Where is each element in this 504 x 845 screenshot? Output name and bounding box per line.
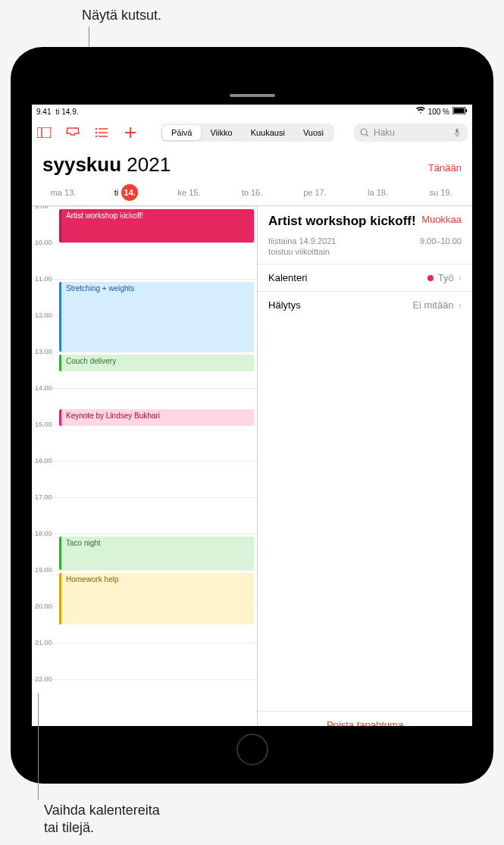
weekday-ti[interactable]: ti 14.	[95, 184, 158, 201]
callout-line	[38, 693, 39, 800]
hour-label: 11.00	[35, 275, 52, 283]
hour-label: 15.00	[35, 421, 52, 428]
event-block[interactable]: Taco night	[59, 537, 254, 570]
battery-pct: 100 %	[428, 108, 449, 116]
callout-show-invites: Näytä kutsut.	[82, 8, 161, 23]
calendar-label: Kalenteri	[268, 272, 307, 283]
list-icon[interactable]	[94, 125, 109, 140]
weekday-su[interactable]: su 19.	[409, 184, 472, 201]
hour-row: 15.00	[32, 424, 257, 461]
ipad-frame: 9.41 ti 14.9. 100 %	[11, 47, 493, 784]
header-row: syyskuu 2021 Tänään	[32, 147, 472, 180]
search-icon	[360, 128, 369, 137]
svg-point-13	[361, 129, 367, 135]
seg-month[interactable]: Kuukausi	[242, 125, 294, 140]
plus-icon[interactable]	[123, 125, 138, 140]
chevron-right-icon: ›	[459, 299, 462, 311]
hour-label: 17.00	[35, 493, 52, 501]
battery-icon	[452, 107, 468, 116]
event-block[interactable]: Keynote by Lindsey Bukhari	[59, 409, 254, 426]
sidebar-icon[interactable]	[36, 125, 52, 140]
hour-row: 21.00	[32, 643, 257, 679]
alarm-value: Ei mitään	[412, 299, 453, 311]
event-detail-panel: Artist workshop kickoff! Muokkaa tiistai…	[258, 206, 472, 726]
svg-rect-1	[454, 108, 465, 114]
multitask-handle	[230, 94, 275, 97]
weekday-strip: ma 13.ti 14.ke 15.to 16.pe 17.la 18.su 1…	[32, 180, 472, 206]
delete-event-button[interactable]: Poista tapahtuma	[258, 711, 472, 726]
weekday-pe[interactable]: pe 17.	[283, 184, 346, 201]
svg-rect-3	[37, 127, 51, 138]
hour-label: 14.00	[35, 384, 52, 392]
svg-point-7	[95, 132, 97, 133]
hour-row: 22.00	[32, 679, 257, 715]
weekday-la[interactable]: la 18.	[346, 184, 409, 201]
seg-day[interactable]: Päivä	[162, 125, 202, 140]
svg-rect-15	[455, 129, 458, 133]
status-date: ti 14.9.	[55, 108, 78, 116]
alarm-label: Hälytys	[268, 299, 301, 311]
wifi-icon	[416, 107, 425, 116]
day-timeline[interactable]: 9.0010.0011.0012.0013.0014.0015.0016.001…	[32, 206, 258, 726]
hour-label: 18.00	[35, 530, 52, 537]
calendar-row[interactable]: Kalenteri Työ ›	[258, 264, 472, 291]
page-title: syyskuu 2021	[42, 153, 171, 177]
mic-icon[interactable]	[452, 128, 462, 137]
hour-row: 16.00	[32, 461, 257, 497]
hour-label: 13.00	[35, 348, 52, 355]
today-button[interactable]: Tänään	[428, 162, 462, 174]
hour-row: 10.00	[32, 243, 257, 279]
event-block[interactable]: Homework help	[59, 573, 254, 624]
hour-row: 17.00	[32, 497, 257, 534]
status-time: 9.41	[36, 108, 51, 116]
callout-switch-calendars: Vaihda kalentereita tai tilejä.	[44, 802, 160, 837]
search-placeholder: Haku	[374, 127, 395, 138]
event-block[interactable]: Stretching + weights	[59, 282, 254, 352]
event-title: Artist workshop kickoff!	[268, 214, 416, 229]
event-date: tiistaina 14.9.2021	[268, 236, 336, 246]
weekday-ma[interactable]: ma 13.	[32, 184, 95, 201]
hour-label: 20.00	[35, 602, 52, 610]
weekday-to[interactable]: to 16.	[221, 184, 283, 201]
svg-point-5	[95, 128, 97, 130]
hour-label: 12.00	[35, 311, 52, 319]
svg-line-14	[366, 134, 368, 136]
svg-rect-2	[466, 109, 468, 112]
event-block[interactable]: Artist workshop kickoff!	[59, 209, 254, 243]
event-block[interactable]: Couch delivery	[59, 355, 254, 371]
hour-label: 21.00	[35, 639, 52, 646]
calendar-color-dot	[427, 275, 434, 281]
alarm-row[interactable]: Hälytys Ei mitään ›	[258, 291, 472, 318]
weekday-ke[interactable]: ke 15.	[158, 184, 221, 201]
hour-label: 10.00	[35, 239, 52, 246]
seg-week[interactable]: Viikko	[201, 125, 241, 140]
hour-label: 19.00	[35, 566, 52, 574]
main-content: 9.0010.0011.0012.0013.0014.0015.0016.001…	[32, 206, 472, 726]
search-input[interactable]: Haku	[354, 124, 468, 142]
calendar-value: Työ	[438, 272, 454, 283]
status-bar: 9.41 ti 14.9. 100 %	[32, 105, 472, 118]
edit-button[interactable]: Muokkaa	[421, 214, 462, 225]
hour-label: 9.00	[35, 206, 49, 210]
screen: 9.41 ti 14.9. 100 %	[32, 105, 472, 726]
event-time: 9.00–10.00	[420, 236, 462, 256]
seg-year[interactable]: Vuosi	[294, 125, 333, 140]
view-segmented-control: Päivä Viikko Kuukausi Vuosi	[161, 124, 334, 142]
svg-point-9	[95, 136, 97, 137]
chevron-right-icon: ›	[459, 272, 462, 283]
inbox-icon[interactable]	[65, 125, 80, 140]
event-repeat: toistuu viikoittain	[268, 247, 336, 256]
hour-label: 16.00	[35, 457, 52, 465]
hour-label: 22.00	[35, 675, 52, 683]
home-button[interactable]	[236, 734, 268, 765]
toolbar: Päivä Viikko Kuukausi Vuosi Haku	[32, 118, 472, 147]
